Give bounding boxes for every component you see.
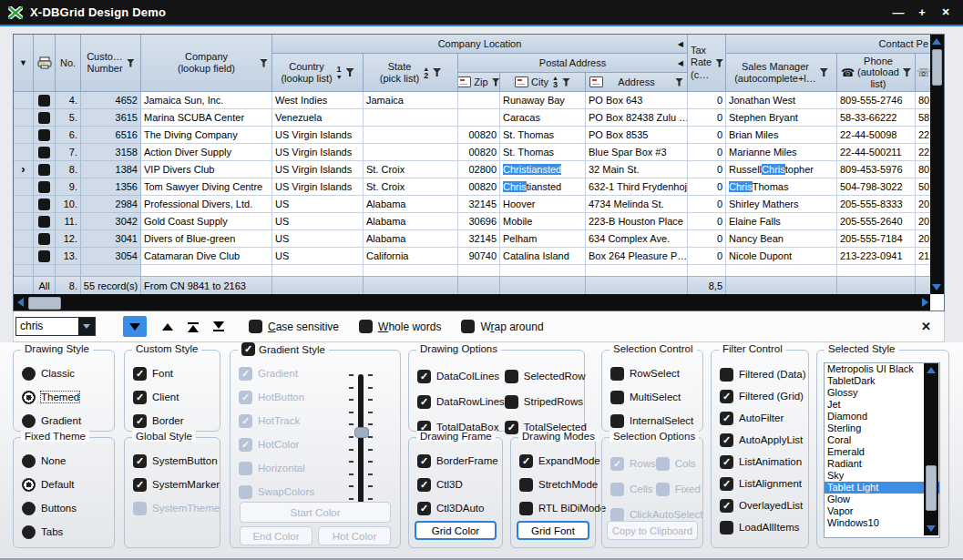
cell-address[interactable]: PO Box 643 [586, 92, 688, 109]
cell-state[interactable]: Alabama [364, 230, 458, 248]
cell-no[interactable]: 5. [56, 109, 81, 127]
horizontal-scrollbar[interactable] [14, 294, 932, 311]
cell-city[interactable]: St. Thomas [500, 127, 586, 144]
cell-cust[interactable]: 1356 [81, 178, 141, 196]
cell-cust[interactable]: 3158 [81, 144, 141, 161]
checkbox-icon[interactable] [505, 395, 518, 409]
checkbox-whole-words[interactable]: Whole words [359, 320, 441, 333]
cell-company[interactable]: Jamaica Sun, Inc. [141, 92, 272, 109]
gradient-slider[interactable] [349, 374, 373, 504]
cell-phone[interactable]: 809-555-2746 [837, 92, 916, 109]
list-item-sky[interactable]: Sky [825, 470, 939, 482]
cell-phone[interactable]: 22-44-50098 [837, 127, 916, 144]
checkbox-icon[interactable] [133, 414, 147, 428]
close-button[interactable]: ✕ [937, 5, 954, 21]
cell-city[interactable]: Pelham [500, 230, 586, 248]
cell-company[interactable]: Action Diver Supply [141, 144, 272, 161]
checkbox-icon[interactable] [720, 477, 733, 491]
filter-icon[interactable] [675, 78, 683, 87]
cell-address[interactable]: Blue Spar Box #3 [586, 144, 688, 161]
cell-tax[interactable]: 0 [688, 92, 726, 109]
find-previous-button[interactable] [158, 316, 178, 337]
cell-company[interactable]: Marina SCUBA Center [141, 109, 272, 127]
cell-img[interactable] [34, 178, 56, 196]
checkbox-datarowlines[interactable]: DataRowLines [417, 389, 505, 414]
cell-zip[interactable] [458, 92, 500, 109]
filter-icon[interactable] [903, 68, 911, 76]
checkbox-icon[interactable] [720, 368, 733, 382]
list-scroll-thumb[interactable] [926, 465, 937, 511]
checkbox-icon[interactable] [519, 478, 533, 492]
cell-country[interactable]: US Virgin Islands [272, 127, 364, 144]
grid-color-button[interactable]: Grid Color [415, 521, 497, 540]
radio-buttons[interactable]: Buttons [22, 496, 110, 520]
radio-tabs[interactable]: Tabs [22, 520, 110, 544]
filter-icon[interactable] [715, 59, 723, 67]
cell-city[interactable]: Hoover [500, 196, 586, 213]
column-header-customer-number[interactable]: Custo…Number [81, 35, 141, 92]
scroll-down-icon[interactable] [927, 525, 936, 532]
checkbox-listalignment[interactable]: ListAlignment [720, 473, 804, 494]
search-value[interactable]: chris [16, 318, 78, 335]
list-scrollbar[interactable] [924, 363, 938, 535]
radio-button-icon[interactable] [22, 502, 36, 515]
cell-manager[interactable]: Nicole Dupont [726, 248, 837, 265]
cell-manager[interactable]: Marianne Miles [726, 144, 837, 161]
column-header-phone[interactable]: ☎ Phone(autoloadlist) [837, 54, 916, 92]
cell-no[interactable]: 12. [56, 230, 81, 248]
radio-none[interactable]: None [22, 449, 110, 473]
column-header-zip[interactable]: Zip [458, 73, 500, 92]
cell-city[interactable]: Catalina Island [500, 248, 586, 265]
filter-icon[interactable] [820, 68, 828, 76]
cell-ind[interactable] [14, 230, 34, 248]
checkbox-ctl3d[interactable]: Ctl3D [417, 473, 498, 496]
checkbox-icon[interactable] [610, 391, 624, 404]
cell-ind[interactable] [14, 178, 34, 196]
cell-tax[interactable]: 0 [688, 109, 726, 127]
cell-tax[interactable]: 0 [688, 230, 726, 248]
cell-img[interactable] [34, 196, 56, 213]
checkbox-icon[interactable] [417, 370, 431, 383]
list-item-tablet-light[interactable]: Tablet Light [825, 482, 939, 494]
cell-manager[interactable]: Russell Christopher [726, 161, 837, 178]
checkbox-wrap-around[interactable]: Wrap around [461, 320, 543, 333]
column-chooser-header[interactable]: ▼ [14, 35, 34, 92]
cell-state[interactable]: California [364, 248, 458, 265]
cell-state[interactable]: Alabama [364, 213, 458, 230]
checkbox-borderframe[interactable]: BorderFrame [417, 449, 498, 473]
cell-address[interactable]: 223-B Houston Place [586, 213, 688, 230]
cell-phone[interactable]: 213-223-0941 [837, 248, 916, 265]
list-item-radiant[interactable]: Radiant [825, 458, 939, 470]
cell-no[interactable]: 8. [56, 161, 81, 178]
cell-ind[interactable] [14, 144, 34, 161]
cell-ind[interactable] [14, 213, 34, 230]
cell-ind[interactable] [14, 248, 34, 265]
cell-tax[interactable]: 0 [688, 144, 726, 161]
cell-company[interactable]: Professional Divers, Ltd. [141, 196, 272, 213]
radio-button-icon[interactable] [22, 525, 36, 539]
cell-cust[interactable]: 3041 [81, 230, 141, 248]
list-item-diamond[interactable]: Diamond [825, 411, 939, 423]
vertical-scroll-thumb[interactable] [932, 49, 942, 86]
cell-zip[interactable]: 32145 [458, 196, 500, 213]
cell-manager[interactable]: Chris Thomas [726, 178, 837, 196]
checkbox-rowselect[interactable]: RowSelect [610, 361, 699, 385]
cell-country[interactable]: Venezuela [272, 109, 364, 127]
scroll-left-icon[interactable] [17, 298, 24, 307]
cell-state[interactable] [364, 127, 458, 144]
cell-address[interactable]: 632-1 Third Frydenhoj [586, 178, 688, 196]
checkbox-overlayedlist[interactable]: OverlayedList [720, 494, 804, 516]
style-listbox[interactable]: Metropolis UI BlackTabletDarkGlossyJetDi… [824, 362, 940, 538]
horizontal-scroll-thumb[interactable] [28, 297, 61, 310]
list-item-tabletdark[interactable]: TabletDark [825, 375, 939, 387]
checkbox-icon[interactable] [720, 521, 733, 535]
cell-country[interactable]: US Virgin Islands [272, 178, 364, 196]
cell-zip[interactable]: 02800 [458, 161, 500, 178]
checkbox-datacollines[interactable]: DataColLines [417, 363, 505, 389]
radio-button-icon[interactable] [22, 414, 36, 428]
cell-country[interactable]: US Virgin Islands [272, 144, 364, 161]
vertical-scrollbar[interactable] [930, 35, 944, 294]
cell-manager[interactable]: Nancy Bean [726, 230, 837, 248]
column-header-no[interactable]: No. [56, 35, 81, 92]
band-collapse-icon[interactable]: ◀ [678, 59, 683, 67]
